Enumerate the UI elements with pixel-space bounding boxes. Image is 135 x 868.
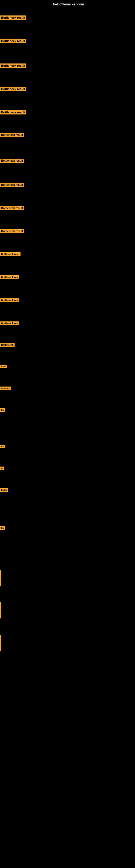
- bottleneck-result-label: Bottleneck resu: [0, 252, 20, 256]
- bottleneck-result-label: Bottleneck: [0, 343, 14, 347]
- bottleneck-result-label: Bottleneck result: [0, 16, 26, 20]
- result-bar: [0, 635, 1, 651]
- bottleneck-result-label: Bottleneck result: [0, 87, 26, 91]
- result-bar: [0, 569, 1, 586]
- result-bar: [0, 602, 1, 618]
- site-title: TheBottlenecker.com: [51, 2, 84, 6]
- bottleneck-result-label: Bottleneck result: [0, 206, 24, 210]
- bottleneck-result-label: Bottleneck result: [0, 110, 26, 115]
- bottleneck-result-label: B: [0, 467, 4, 470]
- bottleneck-result-label: Bottleneck result: [0, 133, 24, 137]
- bottleneck-result-label: Bo: [0, 445, 5, 448]
- bottleneck-result-label: Bottleneck res: [0, 275, 19, 279]
- bottleneck-result-label: Bottleneck result: [0, 183, 24, 187]
- bottleneck-result-label: Bottleneck res: [0, 321, 19, 325]
- bottleneck-result-label: Bo: [0, 408, 5, 412]
- bottleneck-result-label: Bo: [0, 526, 5, 530]
- bottleneck-result-label: Bottleneck result: [0, 63, 26, 68]
- bottleneck-result-label: Bottlene: [0, 386, 11, 390]
- bottleneck-result-label: Bottleneck result: [0, 229, 24, 233]
- bottleneck-result-label: Bottle: [0, 488, 8, 492]
- bottleneck-result-label: Bottl: [0, 365, 7, 368]
- bottleneck-result-label: Bottleneck result: [0, 159, 24, 163]
- bottleneck-result-label: Bottleneck result: [0, 39, 26, 43]
- bottleneck-result-label: Bottleneck res: [0, 299, 19, 302]
